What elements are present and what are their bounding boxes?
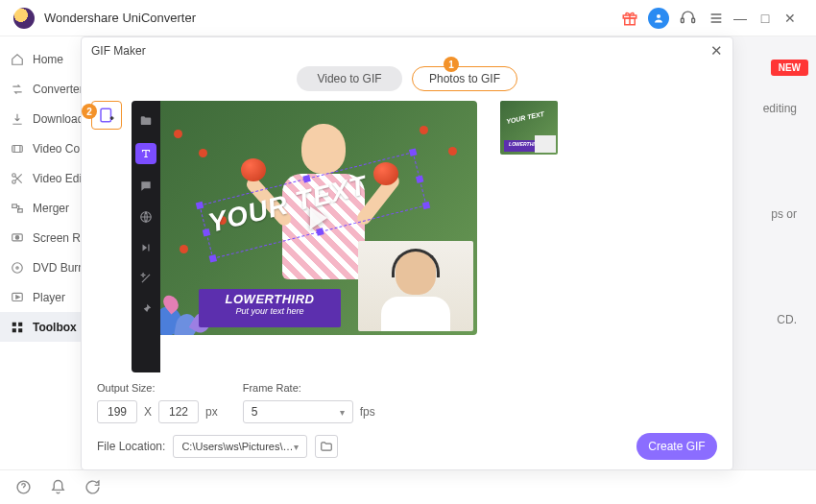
- browse-folder-button[interactable]: [315, 435, 338, 458]
- account-avatar-icon[interactable]: [647, 7, 670, 30]
- maximize-button[interactable]: □: [753, 11, 778, 26]
- app-title: Wondershare UniConverter: [44, 11, 196, 25]
- gif-maker-dialog: GIF Maker ✕ Video to GIF Photos to GIF 1…: [81, 36, 733, 470]
- gift-icon[interactable]: [618, 7, 641, 30]
- sidebar-item-home[interactable]: Home: [0, 44, 91, 74]
- play-button[interactable]: [310, 206, 327, 229]
- home-icon: [10, 52, 25, 67]
- play-icon: [10, 290, 25, 305]
- size-x-label: X: [144, 405, 152, 419]
- sidebar-item-screen-recorder[interactable]: Screen Recorder: [0, 223, 91, 252]
- compress-icon: [10, 141, 25, 156]
- svg-point-6: [12, 173, 16, 177]
- sidebar-item-label: Player: [33, 291, 65, 304]
- lowerthird-overlay[interactable]: LOWERTHIRD Put your text here: [199, 289, 341, 327]
- svg-point-2: [657, 14, 660, 18]
- output-controls: Output Size: X px Frame Rate: 5 ▾ fps: [82, 372, 732, 423]
- picture-in-picture[interactable]: [358, 241, 473, 331]
- file-location-label: File Location:: [97, 440, 165, 453]
- callout-badge-2: 2: [82, 104, 97, 119]
- tab-photos-to-gif[interactable]: Photos to GIF: [412, 66, 517, 91]
- record-icon: [10, 230, 25, 246]
- new-badge: NEW: [771, 60, 808, 76]
- tab-video-to-gif[interactable]: Video to GIF: [297, 66, 402, 91]
- dialog-footer: File Location: C:\Users\ws\Pictures\Wond…: [82, 423, 732, 469]
- disc-icon: [10, 260, 25, 276]
- grid-icon: [10, 320, 25, 335]
- chevron-down-icon: ▾: [294, 442, 299, 452]
- create-gif-button[interactable]: Create GIF: [636, 433, 717, 460]
- svg-point-13: [16, 266, 18, 268]
- svg-point-12: [12, 262, 23, 273]
- sidebar-item-toolbox[interactable]: Toolbox: [0, 312, 91, 342]
- merge-icon: [10, 201, 25, 216]
- statusbar: [0, 469, 816, 504]
- svg-rect-16: [18, 322, 22, 325]
- svg-rect-3: [681, 18, 684, 22]
- hamburger-menu-icon[interactable]: [705, 7, 728, 30]
- sidebar-item-merger[interactable]: Merger: [0, 193, 91, 223]
- tool-folder-icon[interactable]: [137, 112, 155, 130]
- preview-canvas[interactable]: YOUR TEXT LOWERTHIRD Put your text here: [160, 101, 477, 335]
- mode-tabs: Video to GIF Photos to GIF 1: [82, 66, 732, 91]
- file-location-select[interactable]: C:\Users\ws\Pictures\Wonders ▾: [173, 435, 307, 458]
- output-size-label: Output Size:: [97, 382, 218, 394]
- tool-pin-icon[interactable]: [137, 300, 155, 318]
- sidebar-item-video-editor[interactable]: Video Editor: [0, 163, 91, 193]
- dialog-close-button[interactable]: ✕: [710, 42, 723, 60]
- svg-rect-18: [18, 328, 22, 332]
- feedback-icon[interactable]: [84, 479, 102, 496]
- sidebar-item-label: Home: [33, 53, 63, 66]
- svg-rect-20: [101, 108, 111, 122]
- dialog-header: GIF Maker ✕: [82, 37, 732, 64]
- dialog-title: GIF Maker: [91, 44, 146, 58]
- sidebar-item-label: Converter: [33, 83, 84, 96]
- bell-icon[interactable]: [50, 479, 67, 496]
- tool-chat-icon[interactable]: [137, 178, 155, 195]
- framerate-select[interactable]: 5 ▾: [243, 400, 353, 423]
- sidebar-item-downloader[interactable]: Downloader: [0, 104, 91, 133]
- bg-text-fragment: ps or: [771, 207, 797, 221]
- svg-point-7: [12, 180, 16, 183]
- bg-text-fragment: editing: [763, 102, 797, 115]
- tool-skip-icon[interactable]: [137, 239, 155, 256]
- sidebar-item-label: Merger: [33, 202, 69, 215]
- minimize-button[interactable]: —: [728, 11, 753, 26]
- svg-rect-15: [12, 322, 16, 325]
- tool-globe-icon[interactable]: [137, 208, 155, 226]
- svg-rect-4: [691, 18, 694, 22]
- callout-badge-1: 1: [444, 57, 459, 72]
- sidebar-item-video-compressor[interactable]: Video Compressor: [0, 133, 91, 163]
- svg-point-11: [15, 235, 19, 239]
- width-input[interactable]: [97, 400, 137, 423]
- height-input[interactable]: [158, 400, 199, 423]
- editor-toolstrip: [132, 101, 160, 372]
- support-icon[interactable]: [676, 7, 699, 30]
- bg-text-fragment: CD.: [777, 313, 797, 326]
- svg-rect-17: [12, 328, 16, 332]
- close-window-button[interactable]: ✕: [778, 11, 803, 26]
- chevron-down-icon: ▾: [340, 407, 345, 418]
- svg-rect-8: [12, 204, 17, 207]
- sidebar-item-label: Toolbox: [33, 321, 77, 334]
- tool-text-icon[interactable]: [135, 143, 156, 164]
- sidebar-item-converter[interactable]: Converter: [0, 74, 91, 104]
- sidebar-item-player[interactable]: Player: [0, 282, 91, 312]
- convert-icon: [10, 82, 25, 97]
- help-icon[interactable]: [15, 479, 33, 496]
- add-media-button[interactable]: 2: [91, 101, 122, 130]
- fps-label: fps: [360, 405, 375, 419]
- download-icon: [10, 111, 25, 127]
- titlebar: Wondershare UniConverter — □ ✕: [0, 0, 816, 36]
- sidebar: Home Converter Downloader Video Compress…: [0, 36, 92, 469]
- tool-wand-icon[interactable]: [137, 270, 155, 287]
- media-thumbnail[interactable]: YOUR TEXT LOWERTHIRD: [500, 101, 558, 155]
- app-logo: [13, 8, 35, 29]
- svg-rect-5: [12, 145, 23, 152]
- px-label: px: [205, 405, 218, 419]
- sidebar-item-dvd-burner[interactable]: DVD Burner: [0, 252, 91, 282]
- framerate-label: Frame Rate:: [243, 382, 375, 394]
- scissors-icon: [10, 171, 25, 186]
